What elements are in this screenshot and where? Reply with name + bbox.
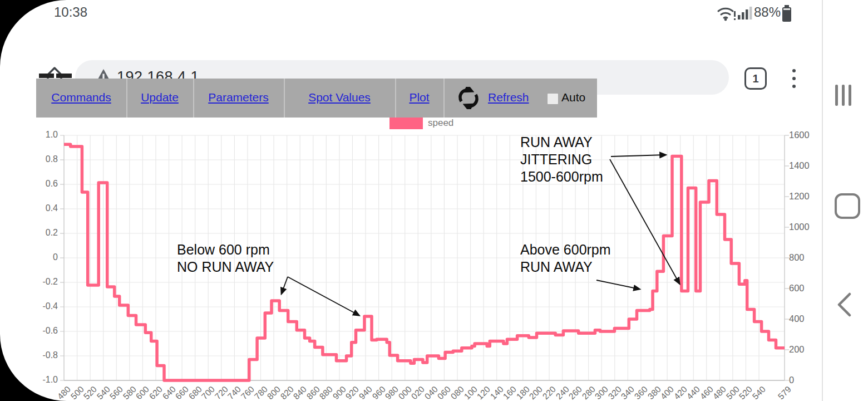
annotation-runaway-jitter: JITTERING — [520, 151, 592, 168]
chart-gridlines — [64, 135, 785, 380]
y-right-tick-label: 400 — [789, 314, 805, 324]
battery-icon — [781, 4, 792, 22]
annotation-arrow — [611, 155, 665, 157]
tab-link-plot[interactable]: Plot — [409, 91, 429, 104]
y-right-tick-label: 1200 — [789, 191, 810, 202]
speed-chart — [0, 128, 868, 401]
annotation-arrow — [596, 280, 639, 289]
menu-kebab-icon[interactable] — [792, 69, 796, 72]
y-left-tick-label: 0.8 — [32, 154, 58, 164]
recents-icon[interactable] — [849, 85, 851, 106]
page-tab-bar: CommandsUpdateParametersSpot ValuesPlot … — [36, 79, 597, 118]
nav-panel-divider — [822, 0, 823, 401]
phone-screen: 10:38 88% — [0, 0, 868, 401]
speed-line-path — [64, 144, 785, 380]
y-right-tick-label: 600 — [789, 283, 805, 294]
y-right-tick-label: 1000 — [789, 222, 810, 232]
recents-icon[interactable] — [835, 85, 838, 106]
y-left-tick-label: 0 — [32, 252, 58, 262]
refresh-link[interactable]: Refresh — [488, 91, 529, 104]
y-left-tick-label: 1.0 — [32, 130, 58, 140]
y-left-tick-label: 0.6 — [32, 179, 58, 189]
speed-line-series — [64, 144, 785, 380]
browser-toolbar: 192.168.4.1 1 — [0, 27, 822, 76]
y-left-tick-label: -0.8 — [32, 350, 58, 360]
menu-kebab-icon[interactable] — [792, 77, 796, 80]
tab-counter[interactable]: 1 — [744, 67, 767, 90]
status-bar: 10:38 88% — [0, 0, 822, 26]
signal-icon — [738, 4, 753, 21]
annotation-runaway-jitter: RUN AWAY — [520, 134, 593, 151]
annotation-arrow — [610, 159, 679, 283]
y-right-tick-label: 800 — [789, 252, 805, 263]
annotation-runaway-jitter: 1500-600rpm — [520, 168, 603, 185]
tab-divider — [284, 79, 285, 118]
y-left-tick-label: -0.2 — [32, 277, 58, 287]
legend-swatch — [389, 118, 423, 129]
y-left-tick-label: -1.0 — [32, 375, 58, 385]
annotation-above-600: Above 600rpm — [520, 241, 611, 258]
tab-link-update[interactable]: Update — [141, 91, 179, 104]
status-time: 10:38 — [54, 4, 87, 20]
annotation-arrows — [282, 155, 679, 315]
annotation-below-600: NO RUN AWAY — [177, 258, 274, 276]
y-right-tick-label: 1600 — [789, 130, 810, 140]
tab-link-spot-values[interactable]: Spot Values — [308, 91, 371, 104]
menu-kebab-icon[interactable] — [792, 85, 796, 88]
wifi-warning-icon — [716, 4, 737, 21]
refresh-icon[interactable] — [457, 87, 480, 109]
tab-divider — [443, 79, 445, 118]
annotation-below-600: Below 600 rpm — [177, 241, 270, 258]
annotation-above-600: RUN AWAY — [520, 258, 593, 276]
clipped-heading-fragment — [39, 74, 54, 78]
legend-label: speed — [428, 118, 453, 129]
recents-icon[interactable] — [842, 85, 845, 106]
y-right-tick-label: 0 — [789, 375, 794, 385]
auto-checkbox-label: Auto — [561, 91, 585, 104]
y-left-tick-label: -0.6 — [32, 326, 58, 336]
y-right-tick-label: 200 — [789, 344, 805, 355]
auto-checkbox[interactable] — [547, 93, 559, 105]
tab-link-parameters[interactable]: Parameters — [208, 91, 269, 104]
android-home-icon[interactable] — [835, 193, 860, 219]
y-left-tick-label: 0.2 — [32, 228, 58, 238]
tab-divider — [193, 79, 194, 118]
clipped-heading-fragment — [56, 74, 72, 78]
android-back-icon[interactable] — [836, 292, 852, 317]
tab-divider — [126, 79, 127, 118]
y-right-tick-label: 1400 — [789, 160, 810, 171]
tab-divider — [395, 79, 396, 118]
tab-link-commands[interactable]: Commands — [51, 91, 111, 104]
battery-percent: 88% — [754, 4, 781, 20]
y-left-tick-label: 0.4 — [32, 203, 58, 213]
y-left-tick-label: -0.4 — [32, 301, 58, 311]
